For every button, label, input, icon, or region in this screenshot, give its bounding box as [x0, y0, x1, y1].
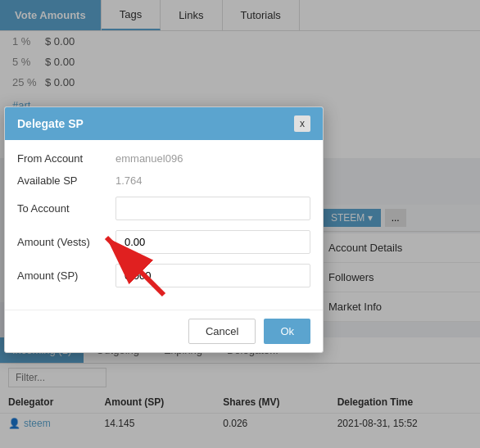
from-account-value: emmanuel096: [115, 152, 310, 165]
dialog-close-button[interactable]: x: [294, 115, 310, 132]
from-account-label: From Account: [17, 152, 115, 165]
amount-sp-label: Amount (SP): [17, 269, 115, 282]
to-account-row: To Account: [17, 197, 310, 220]
available-sp-row: Available SP 1.764: [17, 174, 310, 187]
delegate-sp-dialog: Delegate SP x From Account emmanuel096 A…: [4, 106, 324, 353]
dialog-body: From Account emmanuel096 Available SP 1.…: [5, 140, 323, 310]
dialog-footer: Cancel Ok: [5, 310, 323, 352]
dialog-title: Delegate SP: [17, 117, 84, 130]
to-account-label: To Account: [17, 202, 115, 215]
amount-sp-input[interactable]: [115, 264, 310, 287]
from-account-row: From Account emmanuel096: [17, 152, 310, 165]
to-account-input[interactable]: [115, 197, 310, 220]
cancel-button[interactable]: Cancel: [188, 319, 256, 344]
amount-vests-label: Amount (Vests): [17, 236, 115, 248]
available-sp-label: Available SP: [17, 174, 115, 187]
ok-button[interactable]: Ok: [264, 319, 310, 344]
amount-vests-row: Amount (Vests): [17, 230, 310, 254]
amount-vests-input[interactable]: [115, 230, 310, 254]
dialog-header: Delegate SP x: [5, 107, 323, 140]
available-sp-value: 1.764: [115, 174, 310, 187]
amount-sp-row: Amount (SP): [17, 264, 310, 287]
